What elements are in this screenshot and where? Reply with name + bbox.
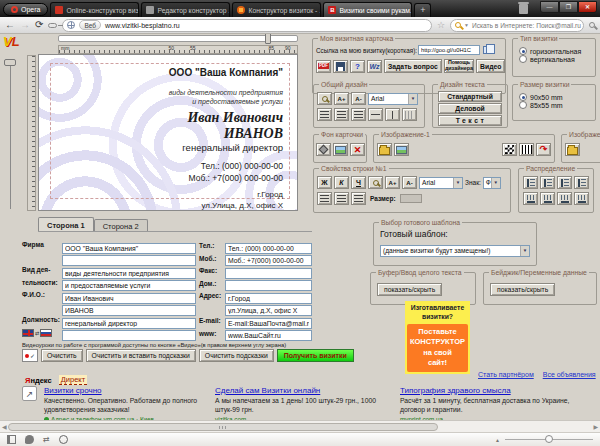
search-engine-dropdown-icon[interactable]: ▼	[464, 22, 469, 28]
size-85x55-radio[interactable]	[519, 101, 527, 109]
scroll-right-arrow-icon[interactable]: ▶	[593, 423, 598, 430]
dropdown-arrow-icon[interactable]: ▼	[491, 178, 500, 188]
new-tab-button[interactable]: +	[414, 3, 431, 17]
opera-turbo-icon[interactable]	[59, 435, 68, 444]
browser-tab-4-active[interactable]: В Визитки своими рукам... ✕	[323, 2, 412, 17]
url-text[interactable]: www.vizitki-besplatno.ru	[105, 22, 180, 29]
align-right-button[interactable]	[351, 108, 366, 121]
line-font-smaller-button[interactable]: A-	[402, 176, 417, 189]
image2-upload-button[interactable]	[565, 143, 580, 156]
card-company[interactable]: ООО "Ваша Компания"	[169, 67, 283, 78]
forward-button[interactable]: →	[20, 20, 30, 30]
vertical-radio[interactable]	[519, 55, 527, 63]
sign-select[interactable]: Ф▼	[483, 177, 501, 189]
distribute-v-center-button[interactable]	[540, 192, 555, 205]
video-button[interactable]: Видео	[476, 59, 505, 73]
yandex-direct-icon[interactable]: ↗	[22, 386, 37, 401]
opera-menu-button[interactable]: Opera	[3, 3, 48, 16]
ru-flag-icon[interactable]	[40, 329, 52, 337]
ad-title-link[interactable]: Типография здравого смысла	[400, 386, 588, 395]
browser-tab-1[interactable]: Online-конструктор виз... ✕	[50, 2, 139, 17]
clear-and-insert-hints-button[interactable]: Очистить и вставить подсказки	[86, 349, 196, 362]
image1-upload-button[interactable]	[377, 143, 392, 156]
buffer-toggle-button[interactable]: показать/скрыть	[377, 283, 442, 296]
card-address[interactable]: г.Городул.Улица, д.Х, офис ХE-mail:ВашаП…	[169, 190, 283, 211]
vertical-line-button[interactable]	[385, 108, 400, 121]
scrollbar-thumb[interactable]	[8, 423, 438, 431]
dropdown-arrow-icon[interactable]: ▼	[408, 94, 417, 104]
webmoney-button[interactable]: Wz	[367, 60, 382, 73]
bg-remove-button[interactable]: ✕	[350, 143, 365, 156]
dropdown-arrow-icon[interactable]: ▼	[520, 246, 529, 256]
italic-button[interactable]: К	[334, 176, 349, 189]
grid-button[interactable]	[402, 108, 417, 121]
reload-button[interactable]: ⟳	[35, 20, 43, 30]
qr-code-button[interactable]	[502, 143, 517, 156]
key-icon[interactable]	[48, 23, 57, 28]
card-person-name[interactable]: Иван ИвановичИВАНОВ	[169, 110, 283, 141]
zoom-menu-icon[interactable]: ▲	[495, 437, 500, 443]
card-text-block[interactable]: ООО "Ваша Компания" виды деятельности пр…	[169, 67, 283, 211]
address-bar[interactable]: Веб www.vizitki-besplatno.ru	[62, 19, 432, 32]
card-activity[interactable]: виды деятельности предприятияи предостав…	[169, 88, 283, 107]
slider-handle[interactable]	[265, 34, 271, 44]
export-pdf-button[interactable]: PDF	[316, 60, 331, 73]
badge-toggle-button[interactable]: показать/скрыть	[490, 283, 555, 296]
distribute-top-button[interactable]	[523, 192, 538, 205]
business-card-preview[interactable]: ООО "Ваша Компания" виды деятельности пр…	[38, 54, 298, 211]
font-bigger-button[interactable]: A+	[334, 92, 349, 105]
search-field[interactable]: ▼ Искать в Интернете: Поиск@mail.ru	[450, 19, 584, 32]
bookmark-star-icon[interactable]: ☆	[437, 20, 445, 30]
distribute-v-even-button[interactable]	[557, 192, 572, 205]
constructor-promo-banner[interactable]: Изготавливаетевизитки? ПоставьтеКОНСТРУК…	[405, 301, 470, 374]
ad-title-link[interactable]: Визитки срочно	[44, 386, 212, 395]
zoom-slider-handle[interactable]	[545, 435, 553, 443]
line-font-bigger-button[interactable]: A+	[385, 176, 400, 189]
distribute-h-center-button[interactable]	[540, 176, 555, 189]
align-center-button[interactable]	[334, 108, 349, 121]
underline-button[interactable]: Ч	[351, 176, 366, 189]
clear-hints-button[interactable]: Очистить подсказки	[199, 349, 274, 362]
line-align-right-button[interactable]	[351, 192, 366, 205]
vertical-position-slider[interactable]	[10, 61, 11, 209]
horizontal-position-slider[interactable]	[58, 35, 298, 42]
style-business-button[interactable]: Деловой	[438, 103, 502, 114]
back-button[interactable]: ←	[5, 20, 15, 30]
unite-cloud-icon[interactable]	[25, 435, 34, 444]
clear-button[interactable]: Очистить	[41, 349, 83, 362]
extra-input[interactable]	[62, 330, 196, 341]
ask-question-button[interactable]: Задать вопрос	[384, 59, 442, 73]
panels-toggle-icon[interactable]	[7, 435, 16, 444]
uk-flag-icon[interactable]	[22, 329, 34, 337]
all-ads-link[interactable]: Все объявления	[543, 371, 596, 378]
slider-handle[interactable]	[4, 59, 16, 66]
image1-rotate-button[interactable]: ↷	[536, 143, 551, 156]
window-minimize-button[interactable]: —	[540, 1, 559, 13]
window-restore-button[interactable]: ❐	[559, 1, 578, 13]
card-phones[interactable]: Тел.: (000) 000-00-00Моб.: +7(000) 000-0…	[169, 161, 283, 184]
font-select[interactable]: Arial▼	[368, 93, 418, 105]
promo-cta[interactable]: ПоставьтеКОНСТРУКТОРна свойсайт!	[407, 324, 468, 372]
zoom-edit-button[interactable]	[317, 92, 332, 105]
website-input[interactable]	[225, 330, 312, 341]
dropdown-arrow-icon[interactable]: ▼	[453, 178, 462, 188]
search-placeholder-text[interactable]: Искать в Интернете: Поиск@mail.ru	[472, 22, 581, 29]
align-left-button[interactable]	[317, 108, 332, 121]
barcode-button[interactable]	[519, 143, 534, 156]
browser-tab-3[interactable]: Конструктор визиток - ... ✕	[232, 2, 321, 17]
find-icon[interactable]	[589, 22, 595, 28]
short-link-input[interactable]	[418, 45, 480, 55]
scroll-left-arrow-icon[interactable]: ◀	[2, 423, 7, 430]
designer-help-button[interactable]: Помощь дизайнера	[444, 59, 474, 73]
help-button[interactable]: ?	[350, 60, 365, 73]
become-partner-link[interactable]: Стать партнёром	[478, 371, 534, 378]
line-align-left-button[interactable]	[317, 192, 332, 205]
line-align-center-button[interactable]	[334, 192, 349, 205]
video-record-icon[interactable]: ✓	[22, 349, 38, 362]
ad-title-link[interactable]: Сделай сам Визитки онлайн	[215, 386, 387, 395]
yandex-direct-link[interactable]: Директ	[59, 375, 87, 385]
window-close-button[interactable]: ✕	[578, 1, 597, 13]
language-flags[interactable]: ⇄	[22, 329, 62, 337]
distribute-bottom-button[interactable]	[574, 192, 589, 205]
template-select[interactable]: (данные визитки будут замещены!)▼	[380, 245, 530, 257]
